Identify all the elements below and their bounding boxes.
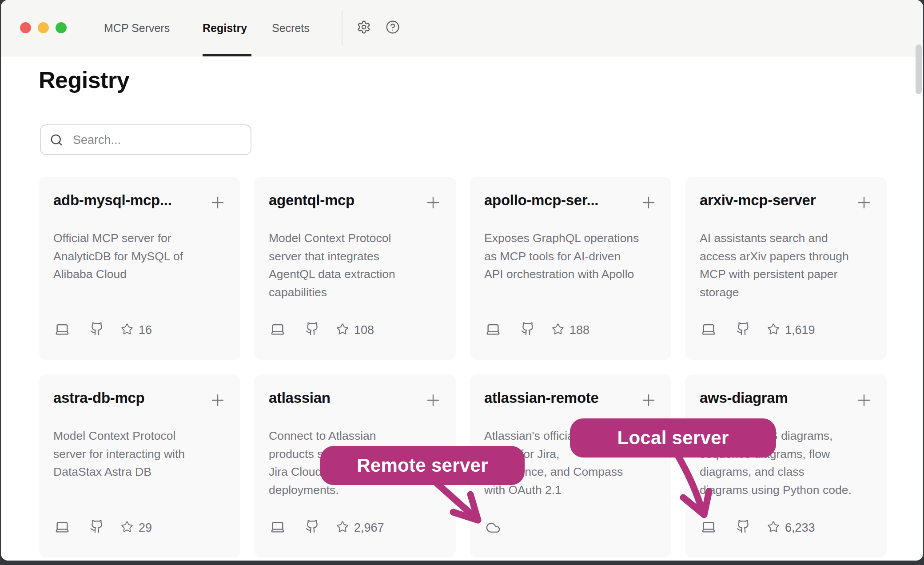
server-card-adb-mysql-mcp[interactable]: adb-mysql-mcp... Official MCP server for…	[39, 177, 240, 360]
add-server-button[interactable]	[210, 392, 226, 408]
github-icon	[90, 519, 104, 535]
star-count: 108	[354, 323, 374, 337]
github-icon	[521, 322, 535, 338]
add-server-button[interactable]	[856, 392, 872, 408]
traffic-light-close[interactable]	[20, 22, 31, 33]
star-count: 6,233	[785, 521, 815, 535]
search-icon	[50, 133, 63, 148]
star-count: 29	[139, 521, 152, 535]
tab-mcp-servers-label: MCP Servers	[104, 22, 170, 35]
laptop-icon	[270, 322, 286, 338]
server-description: Official MCP server for AnalyticDB for M…	[53, 229, 183, 283]
tab-mcp-servers[interactable]: MCP Servers	[104, 0, 170, 56]
star-count: 2,967	[354, 521, 384, 535]
star-icon	[336, 323, 349, 337]
laptop-icon	[485, 322, 501, 338]
card-footer: 108	[270, 322, 452, 340]
laptop-icon	[701, 322, 717, 338]
active-tab-underline	[203, 54, 251, 56]
card-footer: 6,233	[701, 519, 883, 538]
card-footer: 1,619	[701, 322, 883, 340]
laptop-icon	[54, 322, 70, 338]
star-icon	[767, 521, 780, 535]
laptop-icon	[54, 519, 70, 536]
card-footer: 188	[485, 322, 667, 340]
server-card-aws-diagram[interactable]: aws-diagram Generate AWS diagrams, seque…	[685, 374, 887, 557]
server-name: atlassian	[269, 390, 331, 406]
help-icon[interactable]	[386, 20, 400, 34]
add-server-button[interactable]	[425, 392, 441, 408]
vertical-scrollbar-thumb[interactable]	[916, 44, 922, 94]
laptop-icon	[701, 519, 717, 536]
add-server-button[interactable]	[641, 392, 657, 408]
star-icon	[767, 323, 780, 337]
cloud-icon	[484, 520, 502, 537]
add-server-button[interactable]	[641, 195, 657, 211]
server-name: adb-mysql-mcp...	[53, 192, 172, 209]
add-server-button[interactable]	[425, 195, 441, 211]
search-box[interactable]	[40, 124, 251, 155]
tab-secrets[interactable]: Secrets	[272, 0, 310, 56]
star-icon	[121, 323, 133, 337]
github-icon	[305, 322, 319, 338]
local-server-callout-label: Local server	[617, 427, 729, 449]
card-footer	[485, 519, 667, 538]
local-server-callout: Local server	[570, 418, 776, 458]
star-icon	[121, 521, 133, 535]
remote-server-callout: Remote server	[320, 446, 525, 485]
server-card-agentql-mcp[interactable]: agentql-mcp Model Context Protocol serve…	[254, 177, 456, 360]
traffic-light-minimize[interactable]	[38, 22, 49, 33]
github-icon	[736, 322, 750, 338]
github-icon	[736, 519, 750, 535]
server-name: apollo-mcp-ser...	[484, 192, 598, 209]
star-icon	[552, 323, 564, 337]
star-count: 1,619	[785, 323, 815, 337]
tab-registry[interactable]: Registry	[203, 0, 247, 56]
tab-registry-label: Registry	[203, 22, 247, 35]
server-name: arxiv-mcp-server	[700, 192, 816, 209]
settings-gear-icon[interactable]	[357, 20, 371, 34]
search-input[interactable]	[72, 126, 243, 154]
server-name: aws-diagram	[700, 390, 788, 406]
traffic-light-zoom[interactable]	[56, 22, 67, 33]
server-card-arxiv-mcp-server[interactable]: arxiv-mcp-server AI assistants search an…	[685, 177, 887, 360]
github-icon	[305, 519, 319, 535]
server-description: AI assistants search and access arXiv pa…	[700, 229, 849, 301]
star-icon	[336, 521, 349, 535]
laptop-icon	[270, 519, 286, 536]
titlebar: MCP Servers Registry Secrets	[1, 0, 923, 56]
titlebar-divider	[342, 11, 343, 45]
card-footer: 2,967	[270, 519, 452, 538]
star-count: 16	[139, 323, 152, 337]
server-description: Exposes GraphQL operations as MCP tools …	[484, 229, 639, 283]
app-window: MCP Servers Registry Secrets Registry	[1, 0, 923, 561]
tab-secrets-label: Secrets	[272, 22, 310, 35]
server-card-apollo-mcp-server[interactable]: apollo-mcp-ser... Exposes GraphQL operat…	[470, 177, 671, 360]
card-footer: 29	[54, 519, 236, 538]
server-description: Model Context Protocol server that integ…	[269, 229, 395, 301]
server-name: astra-db-mcp	[53, 390, 144, 406]
server-name: atlassian-remote	[484, 390, 598, 406]
remote-server-callout-label: Remote server	[357, 455, 488, 476]
server-card-astra-db-mcp[interactable]: astra-db-mcp Model Context Protocol serv…	[39, 374, 240, 557]
card-footer: 16	[54, 322, 236, 340]
add-server-button[interactable]	[856, 195, 872, 211]
star-count: 188	[570, 323, 589, 337]
server-description: Model Context Protocol server for intera…	[53, 427, 185, 481]
page-title: Registry	[39, 67, 129, 93]
server-name: agentql-mcp	[269, 192, 354, 209]
github-icon	[90, 322, 104, 338]
add-server-button[interactable]	[210, 195, 226, 211]
